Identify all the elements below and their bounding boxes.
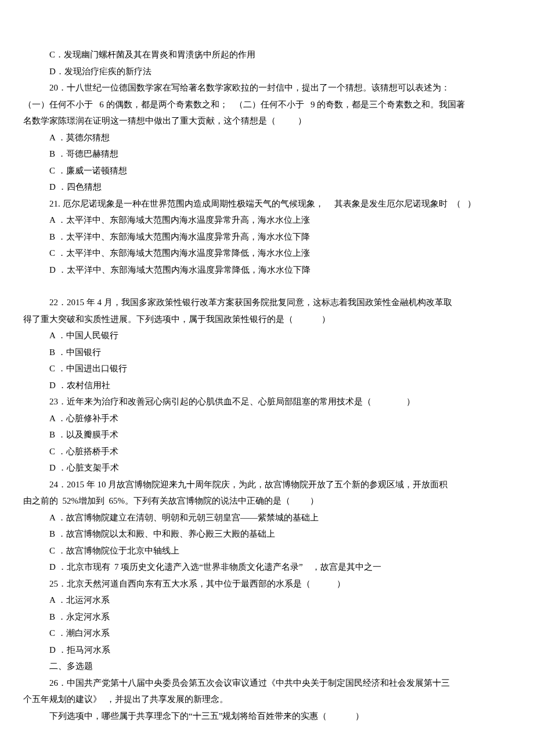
text-line: 22．2015 年 4 月，我国多家政策性银行改革方案获国务院批复同意，这标志着… <box>23 294 511 311</box>
text-line: 21. 厄尔尼诺现象是一种在世界范围内造成周期性极端天气的气候现象， 其表象是发… <box>23 196 511 212</box>
text-line: 26．中国共产党第十八届中央委员会第五次会议审议通过《中共中央关于制定国民经济和… <box>23 675 511 692</box>
text-line: 个五年规划的建议》 ，并提出了共享发展的新理念。 <box>23 691 511 708</box>
text-line: C ．心脏搭桥手术 <box>23 443 511 460</box>
text-line: 名数学家陈璟润在证明这一猜想中做出了重大贡献，这个猜想是（ ） <box>23 113 511 129</box>
text-line: A ．莫德尔猜想 <box>23 129 511 146</box>
text-line: C ．廉威一诺顿猜想 <box>23 162 511 179</box>
text-line: C ．太平洋中、东部海域大范围内海水温度异常降低，海水水位上涨 <box>23 245 511 262</box>
text-line: （一）任何不小于 6 的偶数，都是两个奇素数之和； （二）任何不小于 9 的奇数… <box>23 96 511 113</box>
text-line: 得了重大突破和实质性进展。下列选项中，属于我国政策性银行的是（ ） <box>23 311 511 328</box>
text-line: D ．心脏支架手术 <box>23 460 511 476</box>
text-line: D ．四色猜想 <box>23 179 511 196</box>
text-line: B ．以及瓣膜手术 <box>23 426 511 443</box>
text-line: A ．故宫博物院建立在清朝、明朝和元朝三朝皇宫——紫禁城的基础上 <box>23 509 511 526</box>
text-line: C ．潮白河水系 <box>23 625 511 642</box>
text-line: C ．故宫博物院位于北京中轴线上 <box>23 542 511 559</box>
text-line: B ．中国银行 <box>23 344 511 361</box>
text-line: 由之前的 52%增加到 65%。下列有关故宫博物院的说法中正确的是（ ） <box>23 493 511 509</box>
text-line: D．发现治疗疟疾的新疗法 <box>23 63 511 80</box>
text-line: 20．十八世纪一位德国数学家在写给著名数学家欧拉的一封信中，提出了一个猜想。该猜… <box>23 79 511 96</box>
text-line: B ．哥德巴赫猜想 <box>23 146 511 162</box>
text-line: B ．故宫博物院以太和殿、中和殿、养心殿三大殿的基础上 <box>23 526 511 542</box>
text-line: B ．太平洋中、东部海域大范围内海水温度异常升高，海水水位下降 <box>23 229 511 245</box>
blank-line <box>23 278 511 294</box>
text-line: 24．2015 年 10 月故宫博物院迎来九十周年院庆，为此，故宫博物院开放了五… <box>23 476 511 493</box>
text-line: D ．拒马河水系 <box>23 642 511 659</box>
text-line: C．发现幽门螺杆菌及其在胃炎和胃溃疡中所起的作用 <box>23 46 511 63</box>
text-line: A ．中国人民银行 <box>23 327 511 344</box>
text-line: D ．太平洋中、东部海域大范围内海水温度异常降低，海水水位下降 <box>23 262 511 278</box>
text-line: D ．北京市现有 7 项历史文化遗产入选“世界非物质文化遗产名录” ，故宫是其中… <box>23 559 511 576</box>
text-line: A ．太平洋中、东部海域大范围内海水温度异常升高，海水水位上涨 <box>23 212 511 229</box>
text-line: 二、多选题 <box>23 658 511 675</box>
text-line: A ．心脏修补手术 <box>23 410 511 427</box>
text-line: 23．近年来为治疗和改善冠心病引起的心肌供血不足、心脏局部阻塞的常用技术是（ ） <box>23 393 511 410</box>
text-line: 下列选项中，哪些属于共享理念下的“十三五”规划将给百姓带来的实惠（ ） <box>23 708 511 725</box>
text-line: B ．永定河水系 <box>23 609 511 625</box>
text-line: 25．北京天然河道自西向东有五大水系，其中位于最西部的水系是（ ） <box>23 576 511 592</box>
text-line: C ．中国进出口银行 <box>23 360 511 377</box>
text-line: D ．农村信用社 <box>23 377 511 394</box>
text-line: A ．北运河水系 <box>23 592 511 609</box>
exam-document: C．发现幽门螺杆菌及其在胃炎和胃溃疡中所起的作用D．发现治疗疟疾的新疗法20．十… <box>23 46 511 724</box>
